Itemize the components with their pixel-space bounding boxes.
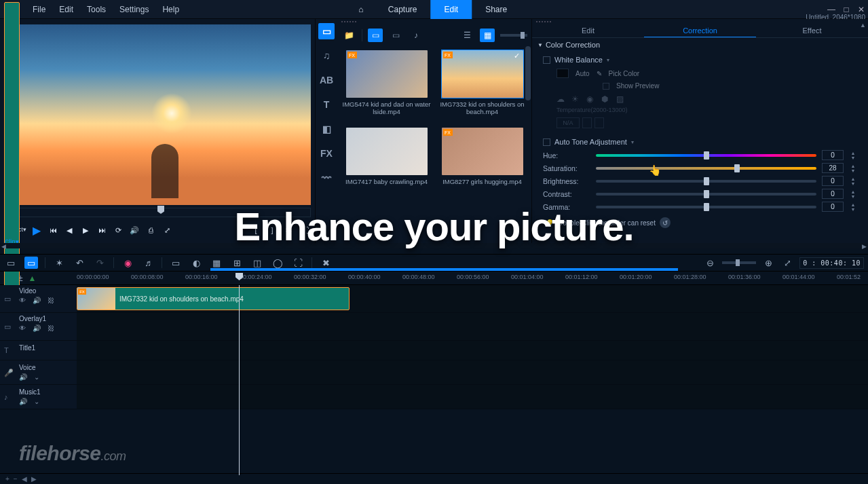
track-audio-toggle[interactable]: 🔊 bbox=[19, 398, 27, 405]
lib-view-grid[interactable]: ▦ bbox=[480, 29, 495, 42]
library-item[interactable]: FX IMG8277 girls hugging.mp4 bbox=[437, 128, 527, 185]
auto-tone-checkbox[interactable] bbox=[543, 138, 550, 146]
lib-thumb-size-slider[interactable] bbox=[500, 34, 527, 37]
hue-value[interactable]: 0 bbox=[822, 150, 844, 160]
sat-thumb[interactable] bbox=[734, 164, 740, 172]
timeline-view-button[interactable]: ▭ bbox=[24, 257, 38, 269]
lib-filter-audio[interactable]: ♪ bbox=[409, 29, 423, 42]
props-tab-correction[interactable]: Correction bbox=[644, 24, 756, 37]
sat-track[interactable] bbox=[596, 167, 816, 170]
music-track-body[interactable] bbox=[77, 385, 868, 409]
track-audio-toggle[interactable]: 🔊 bbox=[19, 373, 27, 381]
gam-track[interactable] bbox=[596, 206, 816, 208]
lib-sound-button[interactable]: ♫ bbox=[318, 48, 335, 64]
collapse-up-icon[interactable]: ▲ bbox=[860, 22, 867, 29]
zoom-out-button[interactable]: ⊖ bbox=[703, 257, 717, 269]
track-expand-toggle[interactable]: ⌄ bbox=[34, 398, 39, 405]
section-color-correction[interactable]: ▼ Color Correction bbox=[532, 38, 868, 52]
lib-folder-button[interactable]: 📁 bbox=[341, 29, 356, 42]
track-lock-toggle[interactable]: ⛓ bbox=[48, 297, 54, 304]
library-item[interactable]: IMG7417 baby crawling.mp4 bbox=[341, 128, 432, 185]
gam-value[interactable]: 0 bbox=[822, 202, 844, 212]
fullscreen-button[interactable]: ⛶ bbox=[299, 224, 311, 236]
white-balance-checkbox[interactable] bbox=[543, 56, 550, 64]
timeline-ruler[interactable]: 00:00:00:0000:00:08:0000:00:16:0000:00:2… bbox=[77, 272, 868, 284]
gam-thumb[interactable] bbox=[704, 203, 709, 211]
close-button[interactable]: ✕ bbox=[857, 5, 865, 14]
gam-stepper[interactable]: ▲▼ bbox=[849, 202, 857, 212]
video-track-body[interactable]: FX IMG7332 kid on shoulders on beach.mp4 bbox=[77, 285, 868, 312]
overlay-track-body[interactable] bbox=[77, 313, 868, 340]
mark-out-button[interactable]: ] bbox=[266, 224, 278, 236]
menu-settings[interactable]: Settings bbox=[113, 2, 155, 17]
volume-button[interactable]: 🔊 bbox=[128, 224, 140, 236]
lib-path-button[interactable]: 〰 bbox=[318, 170, 335, 186]
redo-button[interactable]: ↷ bbox=[93, 257, 107, 269]
minimize-button[interactable]: — bbox=[827, 5, 835, 14]
track-toggle-button[interactable]: ▲ bbox=[29, 274, 37, 283]
props-drag-handle[interactable] bbox=[532, 19, 868, 24]
mode-capture[interactable]: Capture bbox=[375, 0, 431, 19]
zoom-slider[interactable] bbox=[722, 261, 756, 264]
reset-badge[interactable]: ↺ bbox=[660, 217, 671, 228]
mark-in-button[interactable]: [ bbox=[250, 224, 262, 236]
track-lock-toggle[interactable]: ⛓ bbox=[48, 324, 54, 332]
lib-media-button[interactable]: ▭ bbox=[318, 23, 335, 39]
reset-icon[interactable]: ▾ bbox=[607, 57, 609, 63]
skip-start-button[interactable]: ⏮ bbox=[47, 224, 59, 236]
undo-button[interactable]: ↶ bbox=[73, 257, 86, 269]
footer-minus-button[interactable]: − bbox=[14, 475, 18, 483]
mode-home[interactable]: ⌂ bbox=[347, 0, 375, 19]
lib-filter-all[interactable]: ▭ bbox=[368, 29, 383, 42]
con-track[interactable] bbox=[596, 193, 816, 196]
track-expand-toggle[interactable]: ⌄ bbox=[34, 373, 39, 381]
title-track-body[interactable] bbox=[77, 341, 868, 360]
drag-handle[interactable] bbox=[0, 19, 315, 24]
track-vis-toggle[interactable]: 👁 bbox=[19, 297, 26, 304]
sat-value[interactable]: 28 bbox=[822, 163, 844, 173]
tl-tool-e[interactable]: ◫ bbox=[250, 257, 264, 269]
library-scrollbar[interactable] bbox=[525, 46, 531, 243]
maximize-button[interactable]: □ bbox=[842, 5, 850, 14]
library-item[interactable]: FX IMG5474 kid and dad on water lside.mp… bbox=[341, 50, 432, 115]
bri-stepper[interactable]: ▲▼ bbox=[849, 176, 857, 186]
loop-button[interactable]: ⟳ bbox=[112, 224, 124, 236]
track-audio-toggle[interactable]: 🔊 bbox=[33, 297, 41, 304]
reset-icon[interactable]: ▾ bbox=[631, 139, 634, 145]
bri-track[interactable] bbox=[596, 180, 816, 183]
hue-stepper[interactable]: ▲▼ bbox=[849, 151, 857, 160]
lib-fx-button[interactable]: FX bbox=[318, 145, 335, 162]
footer-left-button[interactable]: ◀ bbox=[22, 475, 27, 483]
con-thumb[interactable] bbox=[704, 190, 709, 198]
preview-scrubber[interactable] bbox=[4, 208, 311, 217]
timecode-display[interactable]: 0 : 00:40: 10 bbox=[799, 257, 864, 269]
footer-plus-button[interactable]: + bbox=[5, 475, 10, 483]
tl-tool-d[interactable]: ⊞ bbox=[230, 257, 244, 269]
scroll-left-icon[interactable]: ◀ bbox=[1, 243, 6, 250]
play-button[interactable]: ▶ bbox=[31, 224, 43, 236]
tl-tool-f[interactable]: ◯ bbox=[271, 257, 284, 269]
tl-tool-b[interactable]: ◐ bbox=[189, 257, 203, 269]
sat-stepper[interactable]: ▲▼ bbox=[849, 164, 857, 173]
library-item[interactable]: FX✓ IMG7332 kid on shoulders on beach.mp… bbox=[437, 50, 527, 115]
timeline-drag-handle[interactable] bbox=[0, 248, 868, 254]
storyboard-view-button[interactable]: ▭ bbox=[4, 257, 18, 269]
video-clip[interactable]: FX IMG7332 kid on shoulders on beach.mp4 bbox=[77, 287, 350, 310]
track-audio-toggle[interactable]: 🔊 bbox=[33, 324, 41, 332]
playhead[interactable] bbox=[239, 285, 240, 475]
split-button[interactable]: ✂ bbox=[282, 224, 295, 236]
con-value[interactable]: 0 bbox=[822, 189, 844, 199]
hue-thumb[interactable] bbox=[704, 151, 709, 160]
menu-help[interactable]: Help bbox=[155, 2, 186, 17]
track-vis-toggle[interactable]: 👁 bbox=[19, 324, 26, 332]
tl-tool-g[interactable]: ⛶ bbox=[291, 257, 305, 269]
tl-tool-h[interactable]: ✖ bbox=[319, 257, 333, 269]
menu-tools[interactable]: Tools bbox=[80, 2, 113, 17]
lib-filter-video[interactable]: ▭ bbox=[388, 29, 403, 42]
tool-button[interactable]: ✶ bbox=[52, 257, 66, 269]
props-tab-edit[interactable]: Edit bbox=[532, 24, 644, 37]
tl-tool-a[interactable]: ▭ bbox=[169, 257, 183, 269]
bri-value[interactable]: 0 bbox=[822, 176, 844, 186]
mode-edit[interactable]: Edit bbox=[430, 0, 472, 19]
step-fwd-button[interactable]: ▶ bbox=[79, 224, 92, 236]
